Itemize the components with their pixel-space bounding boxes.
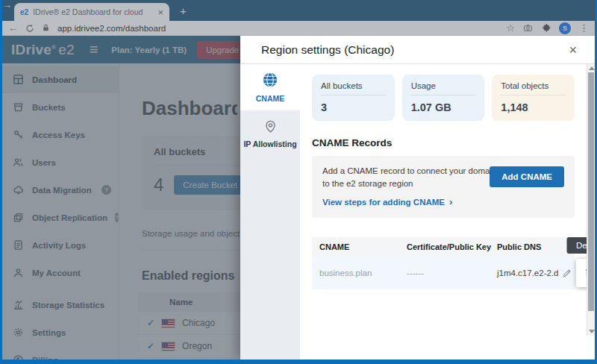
cname-cell: business.plan [312, 269, 399, 277]
public-dns-cell: j1m4.c17.e2-2.d Delete [490, 259, 595, 287]
link-label: View steps for adding CNAME [322, 198, 445, 207]
view-steps-link[interactable]: View steps for adding CNAME › [322, 196, 452, 207]
stat-card-all-buckets: All buckets 3 [312, 75, 395, 121]
stat-label: All buckets [321, 81, 386, 90]
stat-value: 3 [321, 101, 386, 113]
close-icon[interactable]: × [569, 43, 577, 57]
page-content: IDrive®e2 ≡ Plan: Yearly (1 TB) Upgrade … [2, 36, 595, 360]
panel-title: Region settings (Chicago) [261, 43, 394, 57]
panel-header: Region settings (Chicago) × [240, 36, 595, 64]
browser-toolbar: ← → app.idrivee2.com/dashboard ☆ S ⋮ [2, 21, 595, 36]
edit-pencil-icon[interactable] [562, 268, 572, 278]
tab-label: IP Allowlisting [243, 139, 296, 148]
dns-value: j1m4.c17.e2-2.d [497, 269, 558, 277]
cname-records-title: CNAME Records [312, 137, 575, 148]
stat-label: Total objects [501, 81, 566, 90]
divider [321, 95, 386, 95]
region-settings-panel: Region settings (Chicago) × CNAME [240, 36, 595, 360]
stat-value: 1.07 GB [411, 101, 476, 113]
stat-card-total-objects: Total objects 1,148 [492, 75, 575, 121]
certificate-cell: ------ [399, 269, 490, 277]
globe-icon [262, 72, 278, 90]
cname-info-box: Add a CNAME record to connect your domai… [312, 156, 575, 218]
table-header-row: CNAME Certificate/Public Key Public DNS [312, 237, 575, 257]
cname-description: Add a CNAME record to connect your domai… [322, 165, 505, 189]
pin-icon [263, 119, 278, 135]
column-header: CNAME [312, 242, 399, 251]
divider [411, 95, 476, 95]
panel-scrollbar[interactable] [587, 64, 595, 336]
divider [501, 95, 566, 95]
tab-label: CNAME [256, 94, 285, 103]
tab-cname[interactable]: CNAME [240, 64, 300, 110]
table-row: business.plan ------ j1m4.c17.e2-2.d Del… [312, 257, 575, 289]
panel-tab-rail: CNAME IP Allowlisting [240, 64, 300, 360]
scroll-up-icon[interactable] [589, 66, 595, 70]
scroll-down-icon[interactable] [589, 330, 595, 333]
browser-window: e2 IDrive® e2 Dashboard for cloud × + ← … [0, 0, 597, 364]
scrollbar-thumb[interactable] [588, 72, 594, 311]
chevron-right-icon: › [449, 196, 452, 207]
panel-content: All buckets 3 Usage 1.07 GB Total object… [300, 64, 587, 360]
tab-ip-allowlisting[interactable]: IP Allowlisting [240, 110, 300, 157]
stat-label: Usage [411, 81, 476, 90]
cname-table: CNAME Certificate/Public Key Public DNS … [312, 237, 575, 289]
stat-card-usage: Usage 1.07 GB [402, 75, 485, 121]
column-header: Public DNS [490, 242, 575, 251]
add-cname-button[interactable]: Add CNAME [490, 166, 564, 187]
stat-value: 1,148 [501, 101, 566, 113]
stats-row: All buckets 3 Usage 1.07 GB Total object… [312, 75, 575, 121]
column-header: Certificate/Public Key [399, 242, 490, 251]
